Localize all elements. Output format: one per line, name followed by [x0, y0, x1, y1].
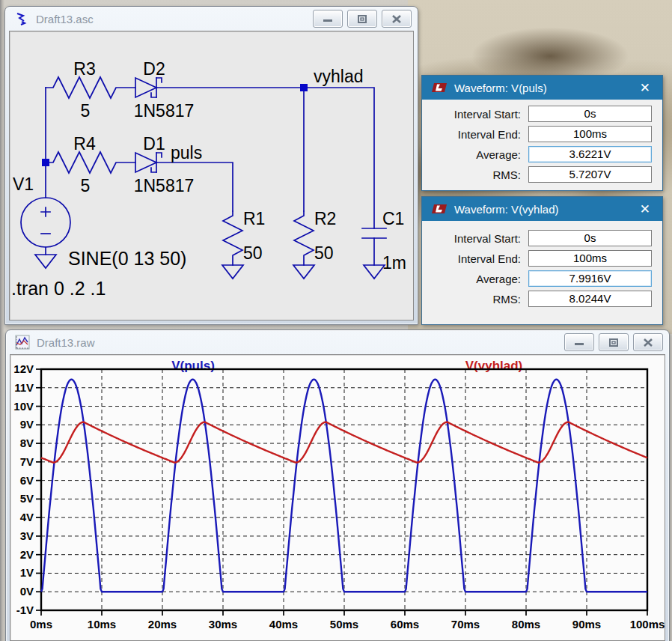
- rms-label: RMS:: [433, 168, 528, 181]
- label-c1[interactable]: C1: [382, 209, 404, 228]
- interval-start-label: Interval Start:: [433, 232, 528, 245]
- close-button[interactable]: [382, 10, 412, 28]
- y-tick-label: 12V: [13, 362, 34, 375]
- average-label: Average:: [433, 148, 528, 161]
- lt-logo-icon: [431, 203, 448, 215]
- x-tick-label: 20ms: [148, 618, 177, 631]
- average-field[interactable]: 3.6221V: [528, 146, 652, 162]
- y-tick-label: 4V: [20, 511, 34, 523]
- label-d2[interactable]: D2: [143, 59, 165, 79]
- model-d2[interactable]: 1N5817: [134, 101, 195, 121]
- interval-start-field[interactable]: 0s: [528, 230, 652, 246]
- trace-V(vyhlad)[interactable]: [41, 422, 647, 463]
- junction-vyhlad: [300, 84, 308, 91]
- y-tick-label: 8V: [20, 437, 34, 449]
- interval-end-label: Interval End:: [433, 252, 528, 265]
- waveform-dialog-vyhlad: Waveform: V(vyhlad) ✕ Interval Start: 0s…: [421, 196, 663, 325]
- value-r3[interactable]: 5: [81, 101, 91, 121]
- interval-start-label: Interval Start:: [433, 108, 528, 121]
- schematic-canvas[interactable]: R3 5 D2 1N5817 R4 5 D1 1N5817 vyhlad pul…: [9, 31, 414, 320]
- waveform-chart[interactable]: 12V11V10V9V8V7V6V5V4V3V2V1V0V-1V0ms10ms2…: [10, 355, 665, 638]
- plot-window-titlebar[interactable]: Draft13.raw: [6, 330, 669, 354]
- interval-start-field[interactable]: 0s: [528, 106, 652, 122]
- minimize-button[interactable]: [564, 333, 594, 351]
- netlabel-puls[interactable]: puls: [171, 143, 202, 162]
- spice-directive[interactable]: .tran 0 .2 .1: [11, 278, 106, 299]
- label-r2[interactable]: R2: [314, 209, 336, 228]
- model-d1[interactable]: 1N5817: [134, 176, 195, 195]
- plot-canvas[interactable]: V(puls) V(vyhlad) 12V11V10V9V8V7V6V5V4V3…: [10, 354, 665, 641]
- x-tick-label: 50ms: [330, 618, 358, 631]
- waveform-file-icon: [15, 335, 30, 350]
- label-r3[interactable]: R3: [73, 59, 95, 79]
- label-r4[interactable]: R4: [73, 134, 96, 154]
- maximize-button[interactable]: [347, 10, 377, 28]
- y-tick-label: 10V: [13, 400, 34, 413]
- interval-end-field[interactable]: 100ms: [528, 250, 652, 267]
- x-tick-label: 60ms: [391, 618, 419, 631]
- schematic-window-titlebar[interactable]: Draft13.asc: [5, 7, 418, 31]
- interval-end-label: Interval End:: [433, 128, 528, 141]
- netlabel-vyhlad[interactable]: vyhlad: [314, 67, 363, 86]
- y-tick-label: 6V: [20, 474, 34, 487]
- x-tick-label: 0ms: [30, 618, 52, 631]
- x-tick-label: 100ms: [630, 618, 665, 631]
- rms-field[interactable]: 5.7207V: [528, 166, 652, 183]
- y-tick-label: 7V: [20, 455, 34, 468]
- dialog-puls-titlebar[interactable]: Waveform: V(puls) ✕: [422, 76, 662, 100]
- junction-v1: [42, 159, 49, 166]
- average-label: Average:: [433, 273, 528, 285]
- resistor-R4[interactable]: [46, 152, 135, 173]
- rms-label: RMS:: [433, 293, 528, 306]
- average-field[interactable]: 7.9916V: [528, 270, 652, 287]
- dialog-vyhlad-title: Waveform: V(vyhlad): [454, 203, 637, 216]
- y-tick-label: 5V: [20, 492, 34, 505]
- diode-D2[interactable]: [135, 78, 162, 97]
- value-c1[interactable]: 1m: [382, 253, 406, 273]
- value-r4[interactable]: 5: [81, 176, 91, 195]
- schematic-app-icon: [14, 11, 29, 26]
- x-tick-label: 10ms: [88, 618, 116, 631]
- value-r1[interactable]: 50: [243, 243, 263, 263]
- waveform-dialog-puls: Waveform: V(puls) ✕ Interval Start: 0s I…: [421, 75, 663, 191]
- lt-logo-icon: [431, 82, 448, 94]
- y-tick-label: 1V: [20, 566, 34, 579]
- diode-D1[interactable]: [135, 153, 162, 172]
- y-tick-label: 3V: [20, 529, 34, 542]
- x-tick-label: 30ms: [209, 618, 237, 631]
- plot-window-title: Draft13.raw: [37, 336, 560, 349]
- y-tick-label: 2V: [20, 548, 34, 561]
- x-tick-label: 70ms: [451, 618, 480, 631]
- value-r2[interactable]: 50: [314, 243, 334, 263]
- y-tick-label: 0V: [20, 585, 34, 598]
- value-v1-sine[interactable]: SINE(0 13 50): [68, 248, 186, 269]
- y-tick-label: 11V: [14, 381, 34, 394]
- wires: [46, 88, 374, 265]
- maximize-button[interactable]: [599, 333, 629, 351]
- capacitor-C1[interactable]: [362, 228, 386, 238]
- rms-field[interactable]: 8.0244V: [528, 291, 652, 307]
- dialog-close-icon[interactable]: ✕: [637, 203, 653, 216]
- x-tick-label: 40ms: [269, 618, 298, 631]
- x-tick-label: 80ms: [512, 618, 540, 631]
- label-r1[interactable]: R1: [243, 209, 265, 228]
- close-button[interactable]: [633, 333, 663, 351]
- voltage-source-V1[interactable]: [21, 198, 70, 247]
- plot-window: Draft13.raw V(puls) V(vyhlad) 12V11V10V9…: [5, 329, 670, 641]
- x-tick-label: 90ms: [572, 618, 601, 631]
- schematic-window: Draft13.asc: [4, 6, 418, 325]
- label-d1[interactable]: D1: [143, 134, 165, 154]
- minimize-button[interactable]: [313, 10, 343, 28]
- dialog-vyhlad-titlebar[interactable]: Waveform: V(vyhlad) ✕: [422, 197, 662, 221]
- resistor-R2[interactable]: [294, 211, 314, 265]
- resistor-R3[interactable]: [46, 77, 135, 98]
- y-tick-label: -1V: [16, 604, 34, 616]
- dialog-close-icon[interactable]: ✕: [637, 82, 653, 94]
- label-v1[interactable]: V1: [13, 174, 34, 194]
- y-tick-label: 9V: [20, 418, 34, 431]
- resistor-R1[interactable]: [223, 211, 242, 265]
- dialog-puls-title: Waveform: V(puls): [454, 82, 637, 94]
- schematic-window-title: Draft13.asc: [36, 13, 308, 25]
- interval-end-field[interactable]: 100ms: [528, 126, 652, 142]
